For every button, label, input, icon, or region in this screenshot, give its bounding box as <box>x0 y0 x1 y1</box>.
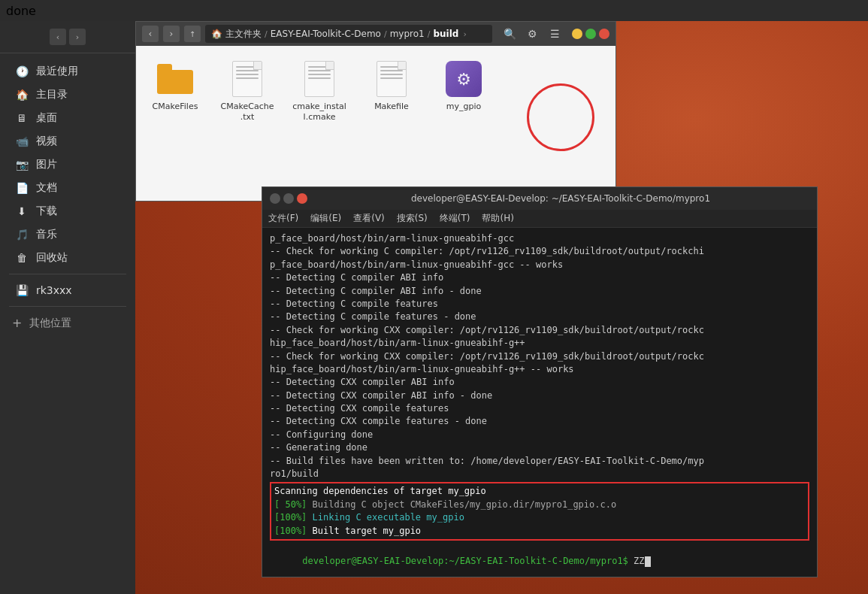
fm-maximize-button[interactable] <box>585 29 596 39</box>
sidebar-item-rk3xxx[interactable]: 💾 rk3xxx <box>3 279 132 302</box>
topbar: done <box>0 0 868 21</box>
textfile-icon-cmake-install <box>301 61 337 97</box>
fm-parent-button[interactable]: ↑ <box>184 26 201 42</box>
fm-menu-button[interactable]: ☰ <box>545 24 564 44</box>
breadcrumb-home[interactable]: 主文件夹 <box>225 28 262 41</box>
sidebar-item-desktop[interactable]: 🖥 桌面 <box>3 107 132 129</box>
term-content[interactable]: p_face_board/host/bin/arm-linux-gnueabih… <box>262 228 817 577</box>
term-menu-view[interactable]: 查看(V) <box>353 212 385 225</box>
term-menu-edit[interactable]: 编辑(E) <box>310 212 341 225</box>
video-icon: 📹 <box>15 135 29 148</box>
sidebar-item-desktop-label: 桌面 <box>36 111 57 125</box>
file-makefile-label: Makefile <box>374 102 409 112</box>
sidebar: ‹ › 🕐 最近使用 🏠 主目录 🖥 桌面 📹 视频 📷 图片 📄 文档 <box>0 21 135 594</box>
term-highlight-section: Scanning dependencies of target my_gpio … <box>270 482 809 541</box>
file-cmake-install[interactable]: cmake_install.cmake <box>292 61 346 123</box>
fm-forward-button[interactable]: › <box>163 26 180 42</box>
recent-icon: 🕐 <box>15 65 29 78</box>
fm-tools: 🔍 ⚙ ☰ <box>500 24 564 44</box>
term-close-button[interactable] <box>297 193 307 204</box>
term-line-3: -- Detecting C compiler ABI info <box>270 271 809 284</box>
fm-close-button[interactable] <box>599 29 609 39</box>
breadcrumb-mypro1[interactable]: mypro1 <box>390 29 425 39</box>
term-prompt-line: developer@EASY-EAI-Develop:~/EASY-EAI-To… <box>270 542 809 577</box>
term-line-12: -- Detecting CXX compiler ABI info - don… <box>270 389 809 402</box>
term-line-13: -- Detecting CXX compile features <box>270 402 809 415</box>
term-minimize-button[interactable] <box>270 193 280 204</box>
term-line-10: hip_face_board/host/bin/arm-linux-gnueab… <box>270 363 809 376</box>
file-makefile[interactable]: Makefile <box>364 61 419 112</box>
breadcrumb-build: build <box>433 29 458 39</box>
sidebar-item-recent[interactable]: 🕐 最近使用 <box>3 60 132 83</box>
term-title: developer@EASY-EAI-Develop: ~/EASY-EAI-T… <box>312 193 809 204</box>
sidebar-item-photo-label: 图片 <box>36 158 57 171</box>
term-menu-file[interactable]: 文件(F) <box>268 212 298 225</box>
fm-content: CMakeFiles CMakeCache.txt <box>136 46 615 201</box>
topbar-done-label: done <box>6 4 36 18</box>
term-menu-terminal[interactable]: 终端(T) <box>440 212 470 225</box>
sidebar-item-music-label: 音乐 <box>36 228 57 241</box>
sidebar-item-music[interactable]: 🎵 音乐 <box>3 223 132 246</box>
term-line-link: [100%] Linking C executable my_gpio <box>274 511 805 524</box>
term-line-0: p_face_board/host/bin/arm-linux-gnueabih… <box>270 232 809 245</box>
trash-icon: 🗑 <box>15 251 29 265</box>
term-titlebar: developer@EASY-EAI-Develop: ~/EASY-EAI-T… <box>262 187 817 210</box>
term-line-18: ro1/build <box>270 468 809 480</box>
term-menu-help[interactable]: 帮助(H) <box>482 212 513 225</box>
term-line-14: -- Detecting CXX compile features - done <box>270 415 809 428</box>
textfile-icon-makefile <box>374 61 410 97</box>
term-line-1: -- Check for working C compiler: /opt/rv… <box>270 245 809 258</box>
fm-breadcrumb: 🏠 主文件夹 / EASY-EAI-Toolkit-C-Demo / mypro… <box>205 25 492 43</box>
sidebar-items-list: 🕐 最近使用 🏠 主目录 🖥 桌面 📹 视频 📷 图片 📄 文档 ⬇ 下载 🎵 <box>0 53 135 594</box>
file-my-gpio[interactable]: my_gpio <box>437 61 491 112</box>
music-icon: 🎵 <box>15 228 29 241</box>
desktop-icon: 🖥 <box>15 111 29 125</box>
fm-view-button[interactable]: ⚙ <box>522 24 542 44</box>
term-line-6: -- Detecting C compile features - done <box>270 311 809 323</box>
sidebar-add-location[interactable]: + 其他位置 <box>0 311 135 335</box>
term-menubar: 文件(F) 编辑(E) 查看(V) 搜索(S) 终端(T) 帮助(H) <box>262 210 817 228</box>
term-line-5: -- Detecting C compile features <box>270 298 809 311</box>
file-cmakecache-label: CMakeCache.txt <box>220 102 274 123</box>
nav-forward-button[interactable]: › <box>69 29 86 45</box>
fm-titlebar: ‹ › ↑ 🏠 主文件夹 / EASY-EAI-Toolkit-C-Demo /… <box>136 22 615 46</box>
term-line-11: -- Detecting CXX compiler ABI info <box>270 376 809 389</box>
sidebar-item-photo[interactable]: 📷 图片 <box>3 153 132 176</box>
term-maximize-button[interactable] <box>283 193 294 204</box>
sidebar-item-home[interactable]: 🏠 主目录 <box>3 83 132 106</box>
term-line-4: -- Detecting C compiler ABI info - done <box>270 285 809 298</box>
file-cmakecache[interactable]: CMakeCache.txt <box>220 61 274 123</box>
term-line-17: -- Build files have been written to: /ho… <box>270 455 809 468</box>
breadcrumb-toolkit[interactable]: EASY-EAI-Toolkit-C-Demo <box>271 29 381 39</box>
sidebar-item-home-label: 主目录 <box>36 88 68 102</box>
term-line-scan: Scanning dependencies of target my_gpio <box>274 485 805 498</box>
file-my-gpio-label: my_gpio <box>446 102 481 112</box>
term-line-16: -- Generating done <box>270 441 809 454</box>
term-wincontrols <box>270 193 307 204</box>
nav-back-button[interactable]: ‹ <box>50 29 66 45</box>
sidebar-item-video-label: 视频 <box>36 135 57 148</box>
file-cmakefiles[interactable]: CMakeFiles <box>148 61 202 112</box>
sidebar-item-download-label: 下载 <box>36 205 57 218</box>
sidebar-item-docs[interactable]: 📄 文档 <box>3 177 132 199</box>
sidebar-item-video[interactable]: 📹 视频 <box>3 130 132 153</box>
term-line-50pct: [ 50%] Building C object CMakeFiles/my_g… <box>274 499 805 511</box>
add-icon: + <box>12 316 22 330</box>
download-icon: ⬇ <box>15 205 29 218</box>
term-line-8: hip_face_board/host/bin/arm-linux-gnueab… <box>270 337 809 350</box>
drive-icon: 💾 <box>15 283 29 297</box>
term-line-2: p_face_board/host/bin/arm-linux-gnueabih… <box>270 259 809 271</box>
fm-search-button[interactable]: 🔍 <box>500 24 519 44</box>
filemanager-window: ‹ › ↑ 🏠 主文件夹 / EASY-EAI-Toolkit-C-Demo /… <box>135 21 616 202</box>
sidebar-item-download[interactable]: ⬇ 下载 <box>3 200 132 223</box>
home-breadcrumb-icon: 🏠 <box>211 29 222 39</box>
fm-minimize-button[interactable] <box>572 29 582 39</box>
sidebar-item-trash[interactable]: 🗑 回收站 <box>3 247 132 269</box>
term-line-built: [100%] Built target my_gpio <box>274 525 805 538</box>
term-menu-search[interactable]: 搜索(S) <box>397 212 428 225</box>
term-input: ZZ <box>634 556 644 566</box>
sidebar-add-label: 其他位置 <box>29 317 71 330</box>
sidebar-nav: ‹ › <box>0 21 135 53</box>
term-line-7: -- Check for working CXX compiler: /opt/… <box>270 324 809 337</box>
fm-back-button[interactable]: ‹ <box>142 26 159 42</box>
